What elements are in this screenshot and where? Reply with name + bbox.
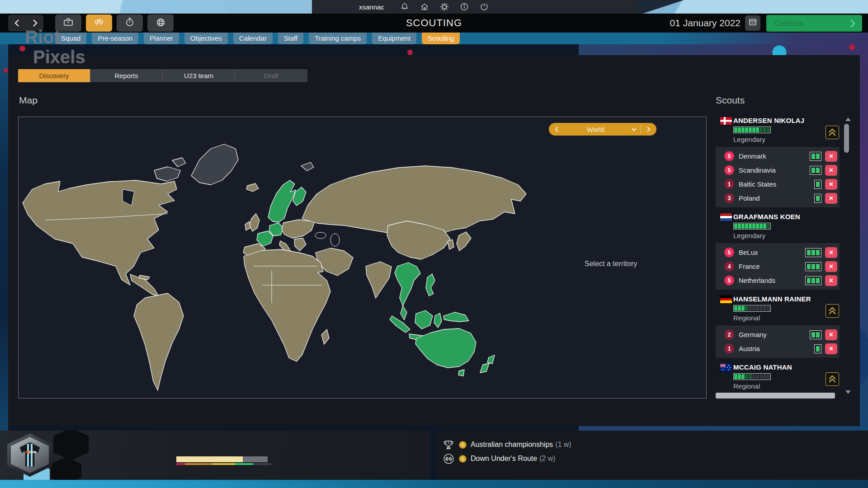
skill-segment (760, 224, 763, 229)
intensity-square (811, 278, 815, 283)
event-duration: (2 w) (539, 455, 556, 463)
territory-panel: 5BeLux×4France×5Netherlands× (716, 243, 840, 290)
calendar-button[interactable] (745, 15, 760, 31)
info-badge-icon: i (459, 441, 467, 449)
territory-next-button[interactable] (641, 126, 656, 132)
territory-level-badge: 2 (724, 329, 735, 340)
double-chevron-up-icon (827, 374, 838, 385)
remove-territory-button[interactable]: × (825, 193, 837, 204)
territory-level-badge: 3 (724, 193, 735, 204)
territory-name: BeLux (739, 249, 805, 256)
tab-calendar[interactable]: Calendar (233, 33, 273, 44)
territory-name: Scandinavia (739, 166, 810, 174)
finance-panel: DSM Balance 449,200 € Sponsor confidence (0, 431, 430, 480)
skill-segment (767, 374, 770, 379)
territory-intensity-toggle[interactable] (814, 344, 821, 353)
scout-skill-bar (733, 305, 771, 312)
upgrade-scout-button[interactable] (826, 304, 839, 318)
scrollbar-thumb[interactable] (844, 124, 849, 153)
power-icon[interactable] (478, 1, 490, 12)
background-wedge (624, 0, 710, 14)
decor-dot (849, 44, 855, 50)
main-tab-bar: SquadPre-seasonPlannerObjectivesCalendar… (0, 33, 868, 44)
decor-dot (19, 46, 25, 52)
subtab-reports[interactable]: Reports (90, 69, 163, 82)
tab-scouting[interactable]: Scouting (422, 33, 460, 44)
territory-intensity-toggle[interactable] (810, 330, 821, 339)
tab-planner[interactable]: Planner (144, 33, 179, 44)
info-icon[interactable] (458, 1, 470, 12)
tab-staff[interactable]: Staff (278, 33, 304, 44)
dumbbell-icon (441, 453, 456, 465)
territory-row-germany: 2Germany× (716, 328, 840, 342)
remove-territory-button[interactable]: × (825, 247, 837, 258)
territory-prev-button[interactable] (549, 126, 564, 132)
territory-intensity-toggle[interactable] (814, 194, 821, 203)
upgrade-scout-button[interactable] (826, 372, 839, 386)
skill-segment (741, 127, 745, 132)
territory-level-badge: 5 (724, 247, 735, 258)
territory-intensity-toggle[interactable] (805, 276, 821, 285)
navbar: SCOUTING 01 January 2022 Continue (0, 14, 868, 33)
intensity-square (816, 264, 820, 269)
dk-flag-icon (720, 117, 732, 125)
skill-segment (741, 306, 745, 311)
territory-level-badge: 4 (724, 261, 735, 272)
subtab-discovery[interactable]: Discovery (18, 69, 90, 82)
skill-segment (749, 127, 752, 132)
scout-card-hanselmann-rainer: HANSELMANN RAINERRegional2Germany×1Austr… (716, 294, 844, 358)
scout-card-andersen-nikolaj: ANDERSEN NIKOLAJLegendary5Denmark×5Scand… (716, 116, 844, 207)
au-flag-icon (720, 364, 732, 371)
event-row-australian-championships: 1iAustralian championships(1 w) (441, 439, 571, 450)
territory-name: Baltic States (739, 180, 814, 188)
nl-flag-icon (720, 213, 732, 221)
gear-icon[interactable] (439, 1, 450, 12)
intensity-square (816, 332, 820, 338)
remove-territory-button[interactable]: × (825, 261, 837, 272)
map-container: World Select a territory (18, 117, 707, 399)
territory-intensity-toggle[interactable] (805, 248, 821, 257)
remove-territory-button[interactable]: × (825, 329, 837, 340)
territory-level-badge: 5 (724, 165, 735, 176)
remove-territory-button[interactable]: × (825, 275, 837, 286)
subtab-u23-team[interactable]: U23 team (163, 69, 235, 82)
scroll-down-arrow[interactable] (845, 390, 851, 394)
territory-intensity-toggle[interactable] (805, 262, 821, 271)
intensity-square (816, 278, 820, 283)
skill-segment (767, 224, 770, 229)
map-hint: Select a territory (585, 260, 657, 268)
territory-row-belux: 5BeLux× (716, 245, 840, 259)
territory-row-baltic-states: 1Baltic States× (716, 177, 840, 191)
tab-squad[interactable]: Squad (55, 33, 86, 44)
remove-territory-button[interactable]: × (825, 151, 837, 162)
territory-name: Poland (739, 194, 814, 202)
chevron-down-icon[interactable] (627, 127, 641, 131)
scroll-up-arrow[interactable] (845, 117, 851, 121)
territory-intensity-toggle[interactable] (810, 166, 821, 175)
territory-intensity-toggle[interactable] (810, 152, 821, 161)
trophy-icon: 1 (441, 439, 456, 450)
remove-territory-button[interactable]: × (825, 165, 837, 176)
event-name: Australian championships (471, 441, 553, 449)
scout-name: MCCAIG NATHAN (733, 363, 844, 371)
continue-button[interactable]: Continue (766, 15, 862, 32)
skill-segment (738, 224, 741, 229)
territory-selector-value[interactable]: World (564, 126, 627, 133)
territory-selector: World (549, 123, 656, 136)
subtab-draft: Draft (235, 69, 307, 82)
partially-visible-row (716, 393, 835, 399)
skill-segment (734, 374, 737, 379)
tab-objectives[interactable]: Objectives (184, 33, 228, 44)
world-map[interactable] (19, 117, 707, 399)
home-icon[interactable] (419, 1, 430, 12)
remove-territory-button[interactable]: × (825, 343, 837, 354)
upgrade-scout-button[interactable] (826, 126, 839, 139)
scout-name: GRAAFMANS KOEN (733, 213, 844, 221)
tab-training-camps[interactable]: Training camps (309, 33, 367, 44)
intensity-square (811, 154, 815, 159)
tab-pre-season[interactable]: Pre-season (92, 33, 138, 44)
territory-intensity-toggle[interactable] (814, 180, 821, 189)
tab-equipment[interactable]: Equipment (372, 33, 416, 44)
bell-icon[interactable] (399, 1, 410, 12)
remove-territory-button[interactable]: × (825, 179, 837, 190)
